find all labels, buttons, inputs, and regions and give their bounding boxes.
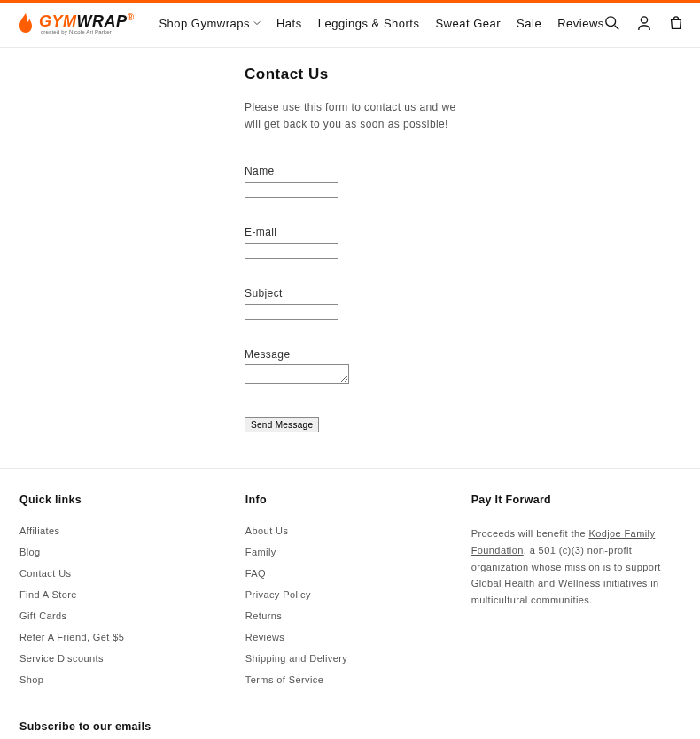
- send-message-button[interactable]: Send Message: [245, 417, 319, 432]
- svg-line-1: [615, 26, 619, 30]
- subscribe-row: Subscribe to our emails: [19, 720, 681, 739]
- text-before: Proceeds will benefit the: [471, 528, 589, 539]
- footer-link-terms-of-service[interactable]: Terms of Service: [245, 674, 436, 685]
- nav-label: Sale: [517, 17, 541, 30]
- footer-link-service-discounts[interactable]: Service Discounts: [19, 653, 210, 664]
- nav-label: Leggings & Shorts: [318, 17, 420, 30]
- footer-link-refer-friend[interactable]: Refer A Friend, Get $5: [19, 632, 210, 642]
- email-input[interactable]: [245, 243, 338, 259]
- main-content: Contact Us Please use this form to conta…: [0, 48, 700, 468]
- nav-label: Sweat Gear: [435, 17, 501, 30]
- nav-label: Hats: [276, 17, 302, 30]
- nav-sweat-gear[interactable]: Sweat Gear: [435, 17, 501, 30]
- footer-col-pay-forward: Pay It Forward Proceeds will benefit the…: [471, 494, 681, 696]
- subscribe-block: Subscribe to our emails: [19, 720, 239, 739]
- footer-heading: Quick links: [19, 494, 210, 506]
- nav-hats[interactable]: Hats: [276, 17, 302, 30]
- nav-label: Reviews: [557, 17, 604, 30]
- footer-link-family[interactable]: Family: [245, 547, 436, 557]
- logo[interactable]: GYMWRAP® created by Nicole Ari Parker: [16, 12, 134, 35]
- flame-icon: [16, 12, 35, 35]
- name-label: Name: [245, 165, 493, 177]
- info-list: About Us Family FAQ Privacy Policy Retur…: [245, 525, 436, 685]
- footer-link-contact-us[interactable]: Contact Us: [19, 568, 210, 579]
- footer-link-shipping-delivery[interactable]: Shipping and Delivery: [245, 653, 436, 664]
- account-icon[interactable]: [636, 15, 652, 31]
- field-message: Message: [245, 348, 493, 387]
- page-title: Contact Us: [245, 66, 493, 83]
- nav-label: Shop Gymwraps: [159, 17, 250, 30]
- field-subject: Subject: [245, 287, 493, 320]
- subject-input[interactable]: [245, 304, 338, 320]
- name-input[interactable]: [245, 182, 338, 198]
- email-label: E-mail: [245, 226, 493, 238]
- footer-link-find-store[interactable]: Find A Store: [19, 589, 210, 600]
- subject-label: Subject: [245, 287, 493, 299]
- header-actions: [604, 15, 684, 31]
- contact-section: Contact Us Please use this form to conta…: [245, 66, 493, 432]
- nav-reviews[interactable]: Reviews: [557, 17, 604, 30]
- logo-text: GYMWRAP®: [39, 12, 134, 31]
- footer-heading: Pay It Forward: [471, 494, 681, 506]
- message-textarea[interactable]: [245, 364, 349, 384]
- pay-forward-text: Proceeds will benefit the Kodjoe Family …: [471, 525, 681, 608]
- subscribe-heading: Subscribe to our emails: [19, 720, 239, 733]
- svg-point-2: [641, 17, 647, 23]
- footer-link-returns[interactable]: Returns: [245, 611, 436, 621]
- search-icon[interactable]: [604, 15, 620, 31]
- quick-links-list: Affiliates Blog Contact Us Find A Store …: [19, 525, 210, 685]
- field-name: Name: [245, 165, 493, 198]
- footer-link-shop[interactable]: Shop: [19, 674, 210, 685]
- chevron-down-icon: [253, 19, 261, 27]
- site-header: GYMWRAP® created by Nicole Ari Parker Sh…: [0, 3, 700, 48]
- field-email: E-mail: [245, 226, 493, 259]
- intro-text: Please use this form to contact us and w…: [245, 99, 466, 133]
- main-nav: Shop Gymwraps Hats Leggings & Shorts Swe…: [159, 17, 603, 30]
- footer-link-privacy-policy[interactable]: Privacy Policy: [245, 589, 436, 600]
- footer-link-blog[interactable]: Blog: [19, 547, 210, 557]
- footer-link-affiliates[interactable]: Affiliates: [19, 525, 210, 536]
- cart-icon[interactable]: [668, 15, 684, 31]
- svg-point-0: [606, 17, 616, 27]
- nav-shop-gymwraps[interactable]: Shop Gymwraps: [159, 17, 261, 30]
- footer-col-quick-links: Quick links Affiliates Blog Contact Us F…: [19, 494, 210, 696]
- site-footer: Quick links Affiliates Blog Contact Us F…: [0, 468, 700, 739]
- footer-link-about-us[interactable]: About Us: [245, 525, 436, 536]
- nav-sale[interactable]: Sale: [517, 17, 541, 30]
- nav-leggings-shorts[interactable]: Leggings & Shorts: [318, 17, 420, 30]
- footer-link-reviews[interactable]: Reviews: [245, 632, 436, 642]
- footer-link-faq[interactable]: FAQ: [245, 568, 436, 579]
- footer-col-info: Info About Us Family FAQ Privacy Policy …: [245, 494, 436, 696]
- footer-link-gift-cards[interactable]: Gift Cards: [19, 611, 210, 621]
- message-label: Message: [245, 348, 493, 361]
- footer-heading: Info: [245, 494, 436, 506]
